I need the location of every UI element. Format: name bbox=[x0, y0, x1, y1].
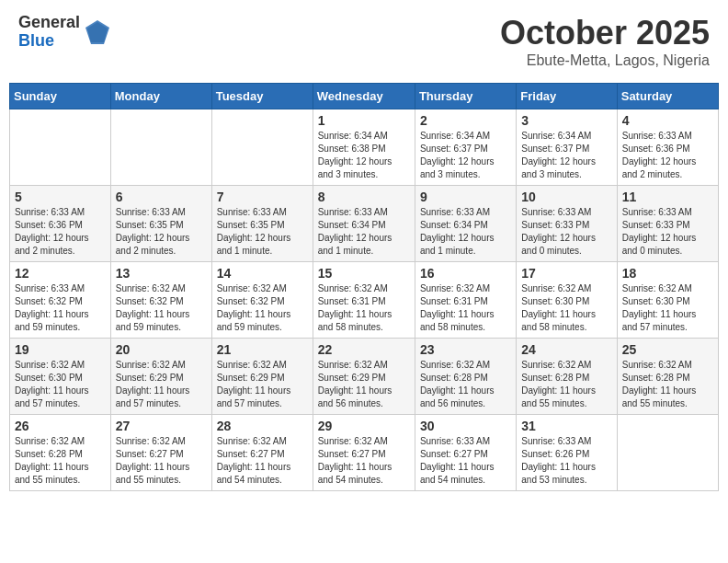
day-info: Sunrise: 6:32 AM Sunset: 6:27 PM Dayligh… bbox=[217, 435, 308, 487]
day-info: Sunrise: 6:32 AM Sunset: 6:31 PM Dayligh… bbox=[318, 282, 410, 334]
calendar-week-row: 26Sunrise: 6:32 AM Sunset: 6:28 PM Dayli… bbox=[10, 415, 719, 491]
calendar-cell: 26Sunrise: 6:32 AM Sunset: 6:28 PM Dayli… bbox=[10, 415, 111, 491]
day-number: 30 bbox=[420, 419, 511, 433]
calendar-cell bbox=[110, 109, 211, 186]
calendar-cell: 7Sunrise: 6:33 AM Sunset: 6:35 PM Daylig… bbox=[211, 186, 313, 262]
day-info: Sunrise: 6:32 AM Sunset: 6:31 PM Dayligh… bbox=[420, 282, 511, 334]
day-number: 7 bbox=[217, 190, 308, 204]
calendar-week-row: 1Sunrise: 6:34 AM Sunset: 6:38 PM Daylig… bbox=[10, 109, 719, 186]
day-info: Sunrise: 6:32 AM Sunset: 6:32 PM Dayligh… bbox=[116, 282, 207, 334]
calendar-cell: 24Sunrise: 6:32 AM Sunset: 6:28 PM Dayli… bbox=[517, 339, 617, 415]
day-number: 29 bbox=[318, 419, 410, 433]
calendar-cell: 10Sunrise: 6:33 AM Sunset: 6:33 PM Dayli… bbox=[517, 186, 617, 262]
weekday-header-row: SundayMondayTuesdayWednesdayThursdayFrid… bbox=[10, 84, 719, 109]
calendar-cell bbox=[10, 109, 111, 186]
day-info: Sunrise: 6:34 AM Sunset: 6:37 PM Dayligh… bbox=[420, 130, 511, 181]
day-info: Sunrise: 6:33 AM Sunset: 6:34 PM Dayligh… bbox=[318, 206, 410, 258]
day-number: 27 bbox=[116, 419, 207, 433]
calendar-cell: 27Sunrise: 6:32 AM Sunset: 6:27 PM Dayli… bbox=[110, 415, 211, 491]
day-number: 10 bbox=[521, 190, 611, 204]
day-info: Sunrise: 6:32 AM Sunset: 6:28 PM Dayligh… bbox=[420, 359, 511, 410]
day-number: 31 bbox=[521, 419, 611, 433]
calendar-cell: 1Sunrise: 6:34 AM Sunset: 6:38 PM Daylig… bbox=[313, 109, 415, 186]
day-info: Sunrise: 6:33 AM Sunset: 6:34 PM Dayligh… bbox=[420, 206, 511, 258]
day-number: 13 bbox=[116, 266, 207, 281]
day-info: Sunrise: 6:32 AM Sunset: 6:30 PM Dayligh… bbox=[15, 359, 106, 410]
day-info: Sunrise: 6:33 AM Sunset: 6:33 PM Dayligh… bbox=[622, 206, 713, 258]
calendar-cell: 2Sunrise: 6:34 AM Sunset: 6:37 PM Daylig… bbox=[415, 109, 516, 186]
day-number: 3 bbox=[521, 113, 611, 128]
calendar-cell: 30Sunrise: 6:33 AM Sunset: 6:27 PM Dayli… bbox=[415, 415, 516, 491]
day-number: 22 bbox=[318, 342, 410, 357]
header: General Blue October 2025 Ebute-Metta, L… bbox=[9, 9, 719, 74]
day-info: Sunrise: 6:32 AM Sunset: 6:27 PM Dayligh… bbox=[318, 435, 410, 487]
calendar-cell: 22Sunrise: 6:32 AM Sunset: 6:29 PM Dayli… bbox=[313, 339, 415, 415]
day-number: 8 bbox=[318, 190, 410, 204]
calendar-cell: 11Sunrise: 6:33 AM Sunset: 6:33 PM Dayli… bbox=[617, 186, 718, 262]
day-number: 4 bbox=[622, 113, 713, 128]
day-number: 28 bbox=[217, 419, 308, 433]
logo: General Blue bbox=[18, 14, 111, 51]
day-info: Sunrise: 6:32 AM Sunset: 6:29 PM Dayligh… bbox=[318, 359, 410, 410]
day-info: Sunrise: 6:33 AM Sunset: 6:32 PM Dayligh… bbox=[15, 282, 106, 334]
calendar-cell: 3Sunrise: 6:34 AM Sunset: 6:37 PM Daylig… bbox=[517, 109, 617, 186]
day-number: 2 bbox=[420, 113, 511, 128]
calendar-cell: 17Sunrise: 6:32 AM Sunset: 6:30 PM Dayli… bbox=[517, 262, 617, 339]
calendar-cell: 4Sunrise: 6:33 AM Sunset: 6:36 PM Daylig… bbox=[617, 109, 718, 186]
calendar-cell: 18Sunrise: 6:32 AM Sunset: 6:30 PM Dayli… bbox=[617, 262, 718, 339]
calendar-cell: 20Sunrise: 6:32 AM Sunset: 6:29 PM Dayli… bbox=[110, 339, 211, 415]
title-area: October 2025 Ebute-Metta, Lagos, Nigeria bbox=[500, 14, 710, 69]
weekday-header: Monday bbox=[110, 84, 211, 109]
day-info: Sunrise: 6:32 AM Sunset: 6:30 PM Dayligh… bbox=[521, 282, 611, 334]
logo-general-text: General bbox=[18, 14, 80, 32]
day-info: Sunrise: 6:33 AM Sunset: 6:36 PM Dayligh… bbox=[622, 130, 713, 181]
day-number: 19 bbox=[15, 342, 106, 357]
calendar-cell: 14Sunrise: 6:32 AM Sunset: 6:32 PM Dayli… bbox=[211, 262, 313, 339]
day-number: 21 bbox=[217, 342, 308, 357]
day-number: 23 bbox=[420, 342, 511, 357]
location-title: Ebute-Metta, Lagos, Nigeria bbox=[500, 52, 710, 69]
day-info: Sunrise: 6:32 AM Sunset: 6:29 PM Dayligh… bbox=[217, 359, 308, 410]
day-info: Sunrise: 6:32 AM Sunset: 6:28 PM Dayligh… bbox=[15, 435, 106, 487]
day-info: Sunrise: 6:33 AM Sunset: 6:33 PM Dayligh… bbox=[521, 206, 611, 258]
calendar-cell: 12Sunrise: 6:33 AM Sunset: 6:32 PM Dayli… bbox=[10, 262, 111, 339]
calendar-cell: 16Sunrise: 6:32 AM Sunset: 6:31 PM Dayli… bbox=[415, 262, 516, 339]
day-info: Sunrise: 6:33 AM Sunset: 6:35 PM Dayligh… bbox=[116, 206, 207, 258]
month-title: October 2025 bbox=[500, 14, 710, 52]
day-number: 18 bbox=[622, 266, 713, 281]
calendar-cell: 9Sunrise: 6:33 AM Sunset: 6:34 PM Daylig… bbox=[415, 186, 516, 262]
day-number: 9 bbox=[420, 190, 511, 204]
calendar-cell bbox=[617, 415, 718, 491]
calendar-week-row: 5Sunrise: 6:33 AM Sunset: 6:36 PM Daylig… bbox=[10, 186, 719, 262]
calendar-week-row: 19Sunrise: 6:32 AM Sunset: 6:30 PM Dayli… bbox=[10, 339, 719, 415]
day-info: Sunrise: 6:32 AM Sunset: 6:27 PM Dayligh… bbox=[116, 435, 207, 487]
weekday-header: Wednesday bbox=[313, 84, 415, 109]
day-number: 25 bbox=[622, 342, 713, 357]
calendar-cell: 23Sunrise: 6:32 AM Sunset: 6:28 PM Dayli… bbox=[415, 339, 516, 415]
day-info: Sunrise: 6:33 AM Sunset: 6:36 PM Dayligh… bbox=[15, 206, 106, 258]
day-info: Sunrise: 6:32 AM Sunset: 6:28 PM Dayligh… bbox=[622, 359, 713, 410]
day-number: 5 bbox=[15, 190, 106, 204]
logo-icon bbox=[84, 18, 111, 46]
calendar-cell: 15Sunrise: 6:32 AM Sunset: 6:31 PM Dayli… bbox=[313, 262, 415, 339]
weekday-header: Tuesday bbox=[211, 84, 313, 109]
day-info: Sunrise: 6:33 AM Sunset: 6:26 PM Dayligh… bbox=[521, 435, 611, 487]
day-info: Sunrise: 6:32 AM Sunset: 6:29 PM Dayligh… bbox=[116, 359, 207, 410]
day-info: Sunrise: 6:32 AM Sunset: 6:32 PM Dayligh… bbox=[217, 282, 308, 334]
day-info: Sunrise: 6:33 AM Sunset: 6:35 PM Dayligh… bbox=[217, 206, 308, 258]
weekday-header: Thursday bbox=[415, 84, 516, 109]
calendar-cell: 19Sunrise: 6:32 AM Sunset: 6:30 PM Dayli… bbox=[10, 339, 111, 415]
day-number: 15 bbox=[318, 266, 410, 281]
day-number: 20 bbox=[116, 342, 207, 357]
day-info: Sunrise: 6:34 AM Sunset: 6:37 PM Dayligh… bbox=[521, 130, 611, 181]
day-number: 6 bbox=[116, 190, 207, 204]
logo-blue-text: Blue bbox=[18, 32, 80, 51]
weekday-header: Sunday bbox=[10, 84, 111, 109]
calendar-cell: 29Sunrise: 6:32 AM Sunset: 6:27 PM Dayli… bbox=[313, 415, 415, 491]
day-number: 14 bbox=[217, 266, 308, 281]
calendar-cell: 28Sunrise: 6:32 AM Sunset: 6:27 PM Dayli… bbox=[211, 415, 313, 491]
day-info: Sunrise: 6:33 AM Sunset: 6:27 PM Dayligh… bbox=[420, 435, 511, 487]
day-number: 12 bbox=[15, 266, 106, 281]
calendar-cell: 8Sunrise: 6:33 AM Sunset: 6:34 PM Daylig… bbox=[313, 186, 415, 262]
calendar-cell: 25Sunrise: 6:32 AM Sunset: 6:28 PM Dayli… bbox=[617, 339, 718, 415]
